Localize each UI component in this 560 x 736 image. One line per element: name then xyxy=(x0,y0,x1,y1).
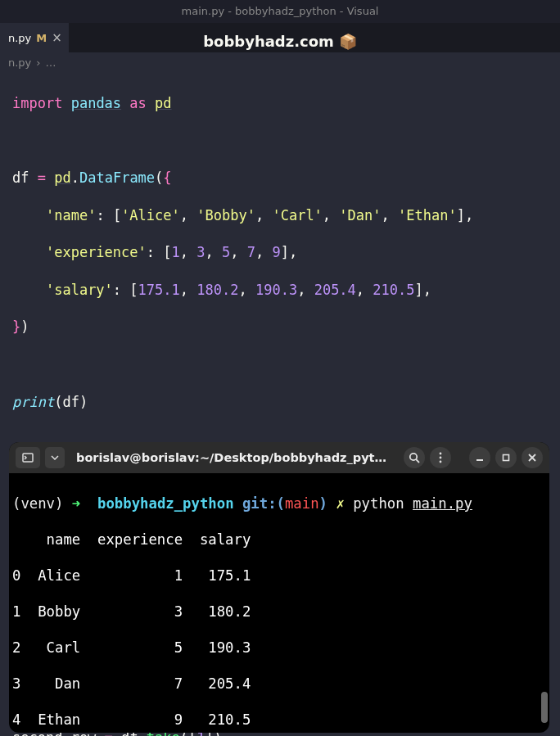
close-button[interactable] xyxy=(522,447,543,468)
terminal-line: 3 Dan 7 205.4 xyxy=(12,675,546,693)
window-title: main.py - bobbyhadz_python - Visual xyxy=(182,5,379,17)
tab-main-py[interactable]: n.py M × xyxy=(0,23,69,52)
code-line: }) xyxy=(12,318,548,336)
terminal-icon xyxy=(22,453,34,463)
svg-point-1 xyxy=(410,454,417,460)
terminal-line: 0 Alice 1 175.1 xyxy=(12,567,546,585)
menu-button[interactable] xyxy=(430,447,451,468)
tabs-container: n.py M × xyxy=(0,23,560,52)
maximize-button[interactable] xyxy=(495,447,517,468)
svg-point-4 xyxy=(440,461,442,463)
window-title-bar: main.py - bobbyhadz_python - Visual xyxy=(0,0,560,23)
new-tab-button[interactable] xyxy=(16,447,40,468)
search-button[interactable] xyxy=(404,447,425,468)
code-line: df = pd.DataFrame({ xyxy=(12,169,548,187)
code-line xyxy=(12,355,548,374)
svg-point-3 xyxy=(440,457,442,459)
code-line: 'salary': [175.1, 180.2, 190.3, 205.4, 2… xyxy=(12,281,548,300)
tab-filename: n.py xyxy=(8,32,31,44)
tab-modified-indicator: M xyxy=(36,32,47,44)
maximize-icon xyxy=(502,454,510,462)
close-icon xyxy=(528,454,536,462)
minimize-icon xyxy=(476,454,484,462)
svg-rect-0 xyxy=(23,454,33,462)
code-line: import pandas as pd xyxy=(12,94,548,113)
terminal-body[interactable]: (venv) ➜ bobbyhadz_python git:(main) ✗ p… xyxy=(9,473,549,733)
breadcrumb-file[interactable]: n.py xyxy=(8,56,31,69)
dropdown-button[interactable] xyxy=(45,447,65,468)
tab-close-icon[interactable]: × xyxy=(52,30,62,45)
code-line xyxy=(12,131,548,150)
minimize-button[interactable] xyxy=(469,447,490,468)
code-line: print(df) xyxy=(12,393,548,412)
chevron-down-icon xyxy=(51,455,59,460)
scrollbar-thumb[interactable] xyxy=(541,692,548,723)
svg-point-2 xyxy=(440,453,442,455)
breadcrumb[interactable]: n.py › … xyxy=(0,52,560,72)
terminal-window: borislav@borislav:~/Desktop/bobbyhadz_py… xyxy=(9,442,549,733)
terminal-line: 2 Carl 5 190.3 xyxy=(12,639,546,657)
terminal-header: borislav@borislav:~/Desktop/bobbyhadz_py… xyxy=(9,442,549,473)
breadcrumb-symbol[interactable]: … xyxy=(46,56,56,69)
kebab-menu-icon xyxy=(439,452,442,463)
terminal-line: 1 Bobby 3 180.2 xyxy=(12,603,546,621)
terminal-line: 4 Ethan 9 210.5 xyxy=(12,711,546,729)
svg-rect-5 xyxy=(504,455,509,461)
terminal-line: (venv) ➜ bobbyhadz_python git:(main) ✗ p… xyxy=(12,494,546,512)
code-line: 'name': ['Alice', 'Bobby', 'Carl', 'Dan'… xyxy=(12,206,548,225)
breadcrumb-separator: › xyxy=(36,56,40,69)
code-line: 'experience': [1, 3, 5, 7, 9], xyxy=(12,243,548,262)
terminal-title: borislav@borislav:~/Desktop/bobbyhadz_py… xyxy=(70,451,399,464)
terminal-line: name experience salary xyxy=(12,531,546,549)
search-icon xyxy=(409,452,420,463)
